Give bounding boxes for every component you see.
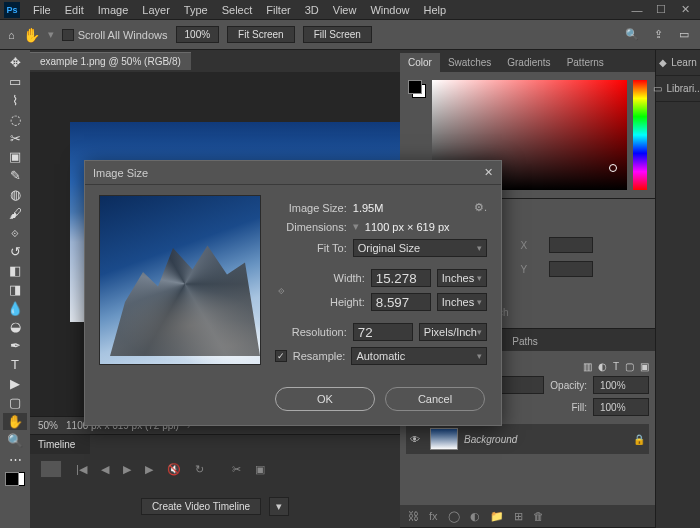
menu-help[interactable]: Help: [417, 4, 454, 16]
chevron-down-icon[interactable]: ▾: [269, 497, 289, 516]
window-maximize-icon[interactable]: ☐: [650, 2, 672, 18]
filter-type-icon[interactable]: T: [613, 361, 619, 372]
menu-filter[interactable]: Filter: [259, 4, 297, 16]
zoom-percent[interactable]: 100%: [176, 26, 220, 43]
fill-screen-button[interactable]: Fill Screen: [303, 26, 372, 43]
chevron-down-icon[interactable]: ▾: [353, 220, 359, 233]
tool-preset-dropdown-icon[interactable]: ▾: [48, 28, 54, 41]
share-icon[interactable]: ⇪: [650, 27, 666, 43]
fx-icon[interactable]: fx: [429, 510, 438, 522]
timeline-mute-icon[interactable]: 🔇: [167, 463, 181, 476]
healing-tool-icon[interactable]: ◍: [3, 186, 27, 203]
menu-type[interactable]: Type: [177, 4, 215, 16]
color-swatch-pair[interactable]: [3, 470, 27, 488]
timeline-split-icon[interactable]: ✂: [232, 463, 241, 476]
home-icon[interactable]: ⌂: [8, 29, 15, 41]
menu-layer[interactable]: Layer: [135, 4, 177, 16]
hand-tool-icon[interactable]: ✋: [3, 413, 27, 430]
history-brush-tool-icon[interactable]: ↺: [3, 243, 27, 260]
filter-smart-icon[interactable]: ▣: [640, 361, 649, 372]
filter-img-icon[interactable]: ▥: [583, 361, 592, 372]
ok-button[interactable]: OK: [275, 387, 375, 411]
opacity-field[interactable]: 100%: [593, 376, 649, 394]
tab-gradients[interactable]: Gradients: [499, 53, 558, 72]
filter-adj-icon[interactable]: ◐: [598, 361, 607, 372]
window-minimize-icon[interactable]: —: [626, 2, 648, 18]
shape-tool-icon[interactable]: ▢: [3, 394, 27, 411]
resample-checkbox[interactable]: [275, 350, 287, 362]
eye-icon[interactable]: 👁: [410, 434, 424, 445]
new-group-icon[interactable]: 📁: [490, 510, 504, 523]
timeline-next-icon[interactable]: ▶: [145, 463, 153, 476]
dodge-tool-icon[interactable]: ◒: [3, 318, 27, 335]
blur-tool-icon[interactable]: 💧: [3, 300, 27, 317]
link-layers-icon[interactable]: ⛓: [408, 510, 419, 522]
eyedropper-tool-icon[interactable]: ✎: [3, 167, 27, 184]
menu-view[interactable]: View: [326, 4, 364, 16]
tab-paths[interactable]: Paths: [504, 332, 546, 351]
timeline-transition-icon[interactable]: ▣: [255, 463, 265, 476]
gear-icon[interactable]: ⚙.: [474, 201, 487, 214]
lasso-tool-icon[interactable]: ⌇: [3, 92, 27, 109]
fill-field[interactable]: 100%: [593, 398, 649, 416]
properties-y-field[interactable]: [549, 261, 593, 277]
quick-select-tool-icon[interactable]: ◌: [3, 111, 27, 128]
gradient-tool-icon[interactable]: ◨: [3, 281, 27, 298]
brush-tool-icon[interactable]: 🖌: [3, 205, 27, 222]
type-tool-icon[interactable]: T: [3, 356, 27, 373]
menu-image[interactable]: Image: [91, 4, 136, 16]
frame-tool-icon[interactable]: ▣: [3, 148, 27, 165]
hand-tool-icon[interactable]: ✋: [23, 27, 40, 43]
layer-item[interactable]: 👁 Background 🔒: [406, 424, 649, 454]
height-field[interactable]: [371, 293, 431, 311]
create-video-timeline-button[interactable]: Create Video Timeline: [141, 498, 261, 515]
workspace-menu-icon[interactable]: ▭: [676, 27, 692, 43]
properties-x-field[interactable]: [549, 237, 593, 253]
timeline-tab[interactable]: Timeline: [30, 435, 90, 454]
path-select-tool-icon[interactable]: ▶: [3, 375, 27, 392]
width-unit-select[interactable]: Inches: [437, 269, 487, 287]
timeline-prev-icon[interactable]: ◀: [101, 463, 109, 476]
dialog-close-icon[interactable]: ✕: [484, 166, 493, 179]
menu-3d[interactable]: 3D: [298, 4, 326, 16]
menu-edit[interactable]: Edit: [58, 4, 91, 16]
marquee-tool-icon[interactable]: ▭: [3, 73, 27, 90]
tab-patterns[interactable]: Patterns: [559, 53, 612, 72]
resample-select[interactable]: Automatic: [351, 347, 487, 365]
resolution-unit-select[interactable]: Pixels/Inch: [419, 323, 487, 341]
width-field[interactable]: [371, 269, 431, 287]
resolution-field[interactable]: [353, 323, 413, 341]
document-tab[interactable]: example 1.png @ 50% (RGB/8): [30, 52, 191, 70]
hue-slider[interactable]: [633, 80, 647, 190]
color-swatch-pair[interactable]: [408, 80, 426, 98]
fit-to-select[interactable]: Original Size: [353, 239, 487, 257]
constrain-proportions-icon[interactable]: ⟐: [275, 284, 289, 296]
mask-icon[interactable]: ◯: [448, 510, 460, 523]
timeline-first-icon[interactable]: |◀: [76, 463, 87, 476]
menu-file[interactable]: File: [26, 4, 58, 16]
status-zoom[interactable]: 50%: [38, 420, 58, 431]
dock-libraries[interactable]: ▭ Librari...: [656, 76, 700, 102]
scroll-all-windows-checkbox[interactable]: Scroll All Windows: [62, 29, 168, 41]
eraser-tool-icon[interactable]: ◧: [3, 262, 27, 279]
new-adjustment-icon[interactable]: ◐: [470, 510, 480, 523]
filter-shape-icon[interactable]: ▢: [625, 361, 634, 372]
fit-screen-button[interactable]: Fit Screen: [227, 26, 295, 43]
edit-toolbar-icon[interactable]: ⋯: [3, 451, 27, 468]
delete-layer-icon[interactable]: 🗑: [533, 510, 544, 522]
menu-window[interactable]: Window: [363, 4, 416, 16]
zoom-tool-icon[interactable]: 🔍: [3, 432, 27, 449]
move-tool-icon[interactable]: ✥: [3, 54, 27, 71]
menu-select[interactable]: Select: [215, 4, 260, 16]
stamp-tool-icon[interactable]: ⟐: [3, 224, 27, 241]
dock-learn[interactable]: ◆ Learn: [656, 50, 700, 76]
height-unit-select[interactable]: Inches: [437, 293, 487, 311]
timeline-play-icon[interactable]: ▶: [123, 463, 131, 476]
crop-tool-icon[interactable]: ✂: [3, 130, 27, 147]
tab-color[interactable]: Color: [400, 53, 440, 72]
window-close-icon[interactable]: ✕: [674, 2, 696, 18]
cancel-button[interactable]: Cancel: [385, 387, 485, 411]
timeline-loop-icon[interactable]: ↻: [195, 463, 204, 476]
search-icon[interactable]: 🔍: [624, 27, 640, 43]
new-layer-icon[interactable]: ⊞: [514, 510, 523, 523]
